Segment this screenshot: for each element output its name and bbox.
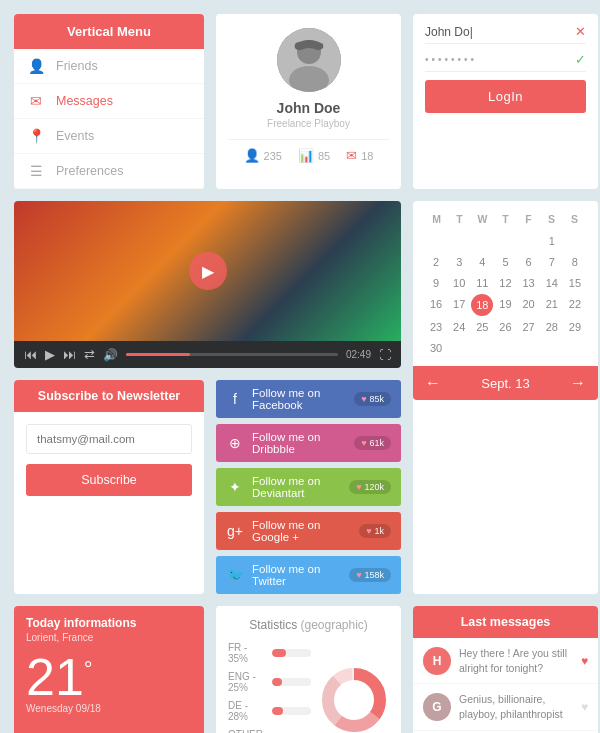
cal-cell[interactable]: 21 [541, 294, 563, 316]
shuffle-button[interactable]: ⇄ [84, 347, 95, 362]
facebook-button[interactable]: f Follow me on Facebook ♥85k [216, 380, 401, 418]
menu-item-messages[interactable]: ✉ Messages [14, 84, 204, 119]
facebook-icon: f [226, 391, 244, 407]
check-icon: ✓ [575, 52, 586, 67]
cal-cell[interactable]: 20 [518, 294, 540, 316]
password-row: •••••••• ✓ [425, 52, 586, 72]
stat-photos: 📊 85 [298, 148, 330, 163]
play-pause-button[interactable]: ▶ [45, 347, 55, 362]
weather-date: Wenesday 09/18 [26, 703, 101, 714]
cal-day-w: W [471, 211, 494, 227]
calendar-nav: ← Sept. 13 → [413, 366, 598, 400]
cal-cell[interactable]: 1 [541, 231, 563, 251]
rewind-button[interactable]: ⏮ [24, 347, 37, 362]
video-time: 02:49 [346, 349, 371, 360]
menu-title: Vertical Menu [14, 14, 204, 49]
deviantart-button[interactable]: ✦ Follow me on Deviantart ♥120k [216, 468, 401, 506]
message-item: G Genius, billionaire, playboy, philanth… [413, 684, 598, 730]
stats-bar-bg [272, 649, 311, 657]
cal-cell[interactable]: 17 [448, 294, 470, 316]
stat-messages-count: 18 [361, 150, 373, 162]
message-avatar: G [423, 693, 451, 721]
avatar [277, 28, 341, 92]
menu-item-events[interactable]: 📍 Events [14, 119, 204, 154]
newsletter-email-input[interactable] [26, 424, 192, 454]
fast-forward-button[interactable]: ⏭ [63, 347, 76, 362]
volume-icon[interactable]: 🔊 [103, 348, 118, 362]
cal-next-arrow[interactable]: → [570, 374, 586, 392]
cal-cell[interactable]: 5 [494, 252, 516, 272]
cal-cell [564, 231, 586, 251]
play-button[interactable]: ▶ [189, 252, 227, 290]
profile-card: John Doe Freelance Playboy 👤 235 📊 85 ✉ … [216, 14, 401, 189]
menu-item-friends[interactable]: 👤 Friends [14, 49, 204, 84]
cal-cell [448, 231, 470, 251]
cal-cell[interactable]: 13 [518, 273, 540, 293]
cal-cell[interactable]: 11 [471, 273, 493, 293]
clear-icon[interactable]: ✕ [575, 24, 586, 39]
cal-prev-arrow[interactable]: ← [425, 374, 441, 392]
cal-cell[interactable]: 9 [425, 273, 447, 293]
like-icon[interactable]: ♥ [581, 654, 588, 668]
deviantart-label: Follow me on Deviantart [252, 475, 349, 499]
stats-row-eng: ENG - 25% [228, 671, 311, 693]
cal-cell[interactable]: 30 [425, 338, 447, 358]
username-row: ✕ [425, 24, 586, 44]
menu-label-events: Events [56, 129, 94, 143]
profile-stats: 👤 235 📊 85 ✉ 18 [228, 139, 389, 163]
cal-cell[interactable]: 7 [541, 252, 563, 272]
username-input[interactable] [425, 25, 575, 39]
cal-cell[interactable]: 22 [564, 294, 586, 316]
cal-day-t1: T [448, 211, 471, 227]
cal-cell[interactable]: 19 [494, 294, 516, 316]
cal-cell[interactable]: 10 [448, 273, 470, 293]
login-button[interactable]: LogIn [425, 80, 586, 113]
stats-label-other: OTHER - 10% [228, 729, 266, 733]
cal-cell[interactable]: 26 [494, 317, 516, 337]
stat-photos-count: 85 [318, 150, 330, 162]
cal-cell [518, 231, 540, 251]
twitter-button[interactable]: 🐦 Follow me on Twitter ♥158k [216, 556, 401, 594]
cal-cell[interactable]: 6 [518, 252, 540, 272]
stats-row-fr: FR - 35% [228, 642, 311, 664]
menu-item-preferences[interactable]: ☰ Preferences [14, 154, 204, 189]
stats-bar-bg [272, 678, 311, 686]
cal-cell[interactable]: 4 [471, 252, 493, 272]
message-item: H Hey there ! Are you still alright for … [413, 638, 598, 684]
video-controls: ⏮ ▶ ⏭ ⇄ 🔊 02:49 ⛶ [14, 341, 401, 368]
facebook-label: Follow me on Facebook [252, 387, 354, 411]
cal-cell[interactable]: 27 [518, 317, 540, 337]
stats-row-de: DE - 28% [228, 700, 311, 722]
cal-today[interactable]: 18 [471, 294, 493, 316]
message-text: Genius, billionaire, playboy, philanthro… [459, 692, 573, 721]
cal-cell[interactable]: 23 [425, 317, 447, 337]
cal-cell[interactable]: 8 [564, 252, 586, 272]
cal-cell[interactable]: 12 [494, 273, 516, 293]
newsletter-subscribe-button[interactable]: Subscribe [26, 464, 192, 496]
messages-header: Last messages [413, 606, 598, 638]
googleplus-icon: g+ [226, 523, 244, 539]
dribbble-count: ♥61k [354, 436, 391, 450]
cal-cell[interactable]: 16 [425, 294, 447, 316]
stats-label-eng: ENG - 25% [228, 671, 266, 693]
cal-cell[interactable]: 28 [541, 317, 563, 337]
cal-cell[interactable]: 2 [425, 252, 447, 272]
cal-cell[interactable]: 29 [564, 317, 586, 337]
messages-icon: ✉ [28, 93, 44, 109]
cal-cell[interactable]: 3 [448, 252, 470, 272]
googleplus-button[interactable]: g+ Follow me on Google + ♥1k [216, 512, 401, 550]
stat-photos-icon: 📊 [298, 148, 314, 163]
dribbble-button[interactable]: ⊕ Follow me on Dribbble ♥61k [216, 424, 401, 462]
stats-label-fr: FR - 35% [228, 642, 266, 664]
dribbble-icon: ⊕ [226, 435, 244, 451]
cal-cell[interactable]: 24 [448, 317, 470, 337]
friends-icon: 👤 [28, 58, 44, 74]
like-icon[interactable]: ♥ [581, 700, 588, 714]
message-avatar: H [423, 647, 451, 675]
twitter-count: ♥158k [349, 568, 391, 582]
cal-cell[interactable]: 14 [541, 273, 563, 293]
cal-cell[interactable]: 25 [471, 317, 493, 337]
video-progress-bar[interactable] [126, 353, 338, 356]
fullscreen-button[interactable]: ⛶ [379, 348, 391, 362]
cal-cell[interactable]: 15 [564, 273, 586, 293]
